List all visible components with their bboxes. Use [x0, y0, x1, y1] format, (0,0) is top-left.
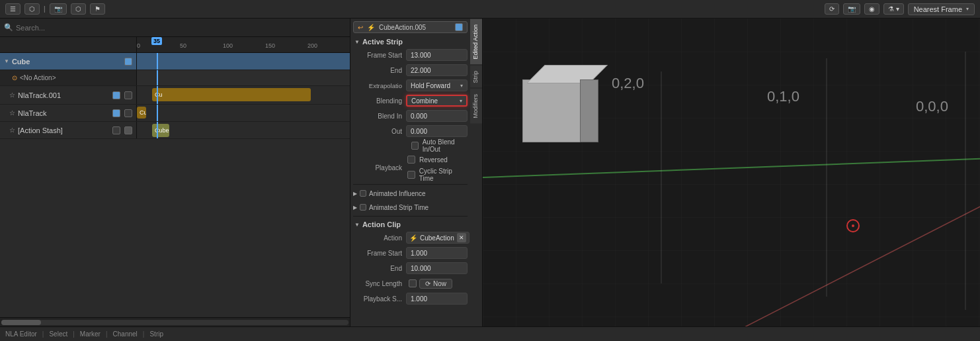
left-panel: 🔍 35 0 50 100 150 200 250 [0, 19, 350, 326]
dropdown-arrow-icon: ▾ [966, 6, 969, 12]
cyclic-checkbox[interactable] [407, 171, 415, 179]
nla-001-eye-icon[interactable] [112, 91, 120, 99]
nla-strip-nla-label: Cu [140, 109, 146, 116]
bottom-nla-editor[interactable]: NLA Editor [5, 330, 37, 338]
view-button[interactable]: 📷 [50, 3, 67, 15]
track-row-nla[interactable]: ☆ NlaTrack Cu [0, 105, 350, 122]
section-active-strip[interactable]: ▼ Active Strip [353, 36, 468, 48]
viewport-canvas: 0,2,0 0,1,0 0,0,0 [483, 19, 980, 326]
active-strip-arrow-icon: ▼ [354, 39, 360, 45]
search-input[interactable] [16, 24, 346, 32]
nearest-frame-dropdown[interactable]: Nearest Frame ▾ [908, 3, 975, 15]
bottom-marker[interactable]: Marker [80, 330, 101, 338]
tab-edited-action[interactable]: Edited Action [470, 19, 482, 65]
auto-blend-checkbox[interactable] [411, 142, 419, 150]
nla-strip-action-stash[interactable]: Cube [152, 124, 169, 137]
track-label-nla-001: ☆ NlaTrack.001 [0, 86, 137, 104]
extrapolation-dropdown[interactable]: Hold Forward ▾ [406, 79, 468, 91]
animated-strip-time-label: Animated Strip Time [369, 204, 429, 211]
nla-001-lock-icon[interactable] [124, 91, 132, 99]
timeline-ruler-header: 35 0 50 100 150 200 250 [0, 37, 350, 53]
filter-btn[interactable]: ⚗ ▾ [883, 3, 904, 15]
bottom-strip[interactable]: Strip [149, 330, 163, 338]
out-label: Out [353, 128, 406, 135]
track-row-cube[interactable]: ▼ Cube [0, 53, 350, 70]
track-row-action-stash[interactable]: ☆ [Action Stash] Cube [0, 122, 350, 139]
prop-action-frame-start: Frame Start 1.000 [353, 246, 468, 260]
sync-now-button[interactable]: ⟳ Now [419, 279, 452, 289]
coord-label-010: 0,1,0 [767, 88, 799, 105]
bottom-channel[interactable]: Channel [113, 330, 138, 338]
blend-in-value[interactable]: 0.000 [406, 110, 468, 122]
nla-eye-icon[interactable] [112, 109, 120, 117]
prop-action-end: End 10.000 [353, 261, 468, 275]
blending-dropdown[interactable]: Combine ▾ [406, 95, 468, 107]
h-scrollbar[interactable] [0, 317, 350, 326]
no-action-playhead-line [157, 70, 158, 85]
track-content-no-action [137, 70, 350, 85]
section-action-clip[interactable]: ▼ Action Clip [353, 219, 468, 230]
search-icon: 🔍 [4, 23, 13, 32]
reversed-checkbox[interactable] [407, 156, 415, 164]
track-content-cube [137, 53, 350, 70]
action-stash-eye-icon[interactable] [112, 126, 120, 134]
prop-blend-in: Blend In 0.000 [353, 109, 468, 123]
reversed-row: Reversed [406, 153, 468, 166]
playback-s-value[interactable]: 1.000 [406, 293, 468, 305]
track-label-action-stash: ☆ [Action Stash] [0, 122, 137, 138]
marker2-icon-btn[interactable]: ◉ [864, 3, 879, 15]
bottom-select[interactable]: Select [49, 330, 67, 338]
action-stash-lock-icon[interactable] [124, 126, 132, 134]
out-value[interactable]: 0.000 [406, 125, 468, 137]
nla-label: NlaTrack [18, 109, 47, 117]
top-bar: ☰ ⬡ | 📷 ⬡ ⚑ ⟳ 📷 ◉ ⚗ ▾ Nearest Frame ▾ [0, 0, 980, 19]
animated-influence-checkbox[interactable] [360, 190, 366, 197]
track-row-nla-001[interactable]: ☆ NlaTrack.001 Cu [0, 86, 350, 105]
coord-label-000: 0,0,0 [916, 98, 948, 115]
auto-blend-row: Auto Blend In/Out [353, 139, 468, 152]
select-button[interactable]: ⬡ [71, 3, 86, 15]
no-action-icon: ⊙ [12, 74, 17, 81]
action-frame-start-value[interactable]: 1.000 [406, 247, 468, 259]
coord-label-020: 0,2,0 [612, 75, 644, 92]
side-tabs: Edited Action Strip Modifiers [470, 19, 482, 124]
editor-type-button[interactable]: ⬡ [24, 3, 40, 15]
action-value: CubeAction [420, 234, 454, 242]
action-name-icon2: ⚡ [367, 24, 375, 31]
playhead-marker: 35 [151, 37, 162, 45]
nla-strip-001[interactable]: Cu [152, 88, 311, 101]
tick-50: 50 [180, 42, 186, 49]
no-action-label: <No Action> [20, 74, 56, 81]
action-clear-button[interactable]: ✕ [457, 233, 466, 242]
frame-start-value[interactable]: 13.000 [406, 49, 468, 61]
track-row-no-action: ⊙ <No Action> [0, 70, 350, 86]
cube-face-right [580, 79, 598, 142]
active-strip-label: Active Strip [362, 38, 403, 46]
marker-button[interactable]: ⚑ [90, 3, 105, 15]
action-clip-arrow-icon: ▼ [354, 222, 360, 228]
action-end-value[interactable]: 10.000 [406, 262, 468, 274]
animated-strip-time-arrow-icon: ▶ [353, 205, 357, 211]
nla-strip-nla[interactable]: Cu [137, 107, 146, 119]
sync-length-row: Sync Length ⟳ Now [353, 276, 468, 291]
end-value[interactable]: 22.000 [406, 64, 468, 76]
camera-icon-btn[interactable]: 📷 [843, 3, 860, 15]
action-name-checkbox[interactable] [455, 23, 463, 31]
action-name-bar[interactable]: ↩ ⚡ CubeAction.005 [353, 21, 468, 33]
prop-end: End 22.000 [353, 63, 468, 77]
tab-strip[interactable]: Strip [470, 65, 482, 89]
menu-button[interactable]: ☰ [5, 3, 20, 15]
tick-100: 100 [223, 42, 233, 49]
sync-length-checkbox[interactable] [409, 279, 417, 287]
properties-panel: ↩ ⚡ CubeAction.005 ▼ Active Strip Frame … [350, 19, 483, 326]
cube-playhead-line [157, 53, 158, 70]
nla-lock-icon[interactable] [124, 109, 132, 117]
cube-visibility-checkbox[interactable] [124, 58, 132, 66]
tab-modifiers[interactable]: Modifiers [470, 88, 482, 124]
animated-strip-time-checkbox[interactable] [360, 204, 366, 211]
sync-icon-btn[interactable]: ⟳ [825, 3, 839, 15]
action-frame-start-label: Frame Start [353, 250, 406, 257]
animated-influence-arrow-icon: ▶ [353, 191, 357, 197]
scrollbar-thumb[interactable] [1, 320, 41, 325]
action-value-bar[interactable]: ⚡ CubeAction ✕ [406, 232, 470, 244]
